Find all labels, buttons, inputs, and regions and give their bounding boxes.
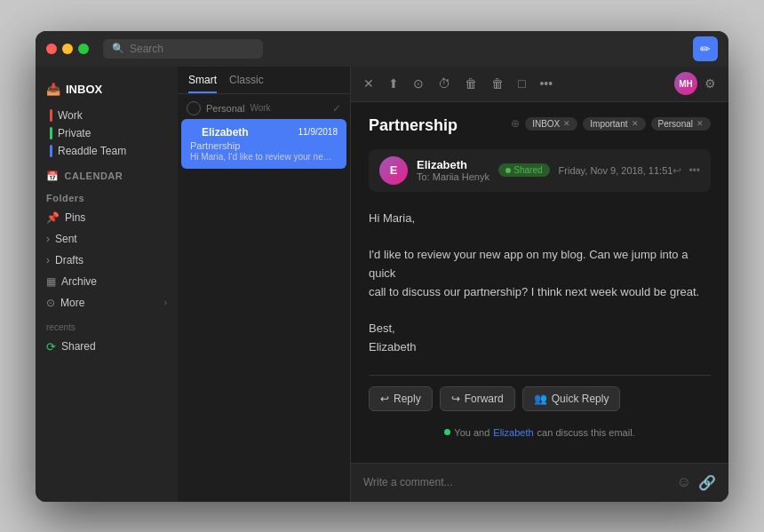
email-actions-meta: ↩ ••• — [672, 164, 700, 177]
sidebar-item-private[interactable]: Private — [46, 124, 167, 142]
sidebar-item-readdle-team[interactable]: Readdle Team — [46, 142, 167, 160]
remind-button[interactable]: ⊙ — [411, 75, 426, 92]
shared-status-dot — [505, 168, 511, 173]
sidebar-item-archive[interactable]: ▦ Archive — [36, 271, 178, 292]
forward-label: Forward — [465, 393, 504, 405]
more-meta-icon[interactable]: ••• — [688, 164, 700, 177]
group-checkmark-icon: ✓ — [332, 102, 341, 115]
search-input[interactable] — [130, 43, 254, 55]
more-label: More — [60, 297, 84, 309]
sidebar-item-work[interactable]: Work — [46, 107, 167, 124]
email-from: Elizabeth — [417, 158, 498, 171]
sidebar: 📥 INBOX Work Private Readdle Team 📅 — [36, 67, 178, 502]
email-meta-row: E Elizabeth To: Mariia Henyk Shared Frid… — [369, 149, 711, 192]
pins-label: Pins — [65, 211, 85, 224]
forward-button[interactable]: ↪ Forward — [440, 386, 515, 411]
sidebar-item-more[interactable]: ⊙ More › — [36, 292, 178, 314]
quick-reply-button[interactable]: 👥 Quick Reply — [522, 386, 621, 411]
comment-icons: ☺ 🔗 — [677, 474, 716, 491]
tab-smart[interactable]: Smart — [188, 74, 217, 93]
email-tags: ⊕ INBOX ✕ Important ✕ Personal ✕ — [511, 117, 711, 131]
tag-important-label: Important — [590, 119, 627, 129]
attach-icon[interactable]: 🔗 — [698, 474, 716, 491]
labels-section: Work Private Readdle Team — [36, 103, 178, 163]
email-body-text: Hi Maria, I'd like to review your new ap… — [369, 199, 711, 368]
discuss-you: You and — [454, 427, 489, 438]
minimize-button[interactable] — [62, 44, 73, 54]
email-item-header: Elizabeth 11/9/2018 — [190, 126, 338, 139]
compose-button[interactable]: ✏ — [693, 36, 718, 61]
delete-button[interactable]: 🗑 — [489, 75, 505, 92]
trash-button[interactable]: 🗑 — [463, 75, 479, 92]
maximize-button[interactable] — [78, 44, 89, 54]
emoji-icon[interactable]: ☺ — [677, 474, 691, 491]
sidebar-item-sent[interactable]: › Sent — [36, 228, 178, 250]
compose-icon: ✏ — [700, 42, 711, 56]
tag-inbox-label: INBOX — [532, 119, 560, 129]
comment-input[interactable] — [363, 476, 670, 488]
folders-header: Folders — [36, 186, 178, 207]
sidebar-item-drafts[interactable]: › Drafts — [36, 250, 178, 271]
more-icon: ⊙ — [46, 297, 55, 309]
discuss-dot — [444, 429, 450, 435]
search-bar[interactable]: 🔍 — [103, 39, 263, 59]
sidebar-item-pins[interactable]: 📌 Pins — [36, 207, 178, 228]
email-timestamp: Friday, Nov 9, 2018, 11:51 — [559, 165, 673, 176]
user-avatar-small: MH — [674, 72, 697, 95]
more-options-button[interactable]: ••• — [537, 75, 554, 92]
drafts-chevron-icon: › — [46, 254, 50, 266]
reply-button[interactable]: ↩ Reply — [369, 386, 433, 411]
group-personal-label: Personal — [206, 103, 244, 114]
recents-header: Recents — [36, 314, 178, 336]
inbox-label: INBOX — [66, 83, 102, 96]
recents-label: Recents — [46, 322, 76, 332]
folder-button[interactable]: □ — [516, 75, 527, 92]
body-line-1: Hi Maria, — [369, 210, 711, 228]
user-settings-button[interactable]: ⚙ — [703, 75, 718, 92]
sidebar-item-shared[interactable]: ⟳ Shared — [36, 336, 178, 358]
archive-icon: ▦ — [46, 275, 56, 288]
tab-classic[interactable]: Classic — [229, 74, 264, 93]
archive-label: Archive — [61, 275, 97, 288]
shared-badge-label: Shared — [513, 165, 542, 175]
group-check[interactable] — [187, 101, 201, 115]
email-list: Smart Classic Personal Work ✓ Elizabeth — [178, 67, 351, 502]
group-work-sublabel: Work — [250, 103, 270, 113]
email-list-tabs: Smart Classic — [178, 67, 350, 94]
email-item-elizabeth[interactable]: Elizabeth 11/9/2018 Partnership Hi Maria… — [181, 119, 346, 169]
private-dot — [50, 127, 52, 139]
sidebar-item-inbox[interactable]: 📥 INBOX — [36, 77, 178, 101]
email-meta-info: Elizabeth To: Mariia Henyk — [417, 158, 498, 182]
tag-personal[interactable]: Personal ✕ — [651, 117, 711, 131]
close-email-button[interactable]: ✕ — [362, 75, 376, 92]
folders-label: Folders — [46, 193, 84, 203]
drafts-label: Drafts — [55, 254, 84, 266]
close-button[interactable] — [46, 44, 57, 54]
reply-icon: ↩ — [380, 393, 389, 405]
discuss-text: can discuss this email. — [537, 427, 635, 438]
body-line-2: I'd like to review your new app on my bl… — [369, 246, 711, 301]
email-item-left: Elizabeth — [190, 126, 249, 139]
tag-inbox-remove[interactable]: ✕ — [563, 119, 570, 128]
readdle-dot — [50, 145, 52, 157]
tag-important-remove[interactable]: ✕ — [632, 119, 639, 128]
search-icon: 🔍 — [112, 43, 124, 54]
discuss-elizabeth-link[interactable]: Elizabeth — [493, 427, 533, 438]
tag-important[interactable]: Important ✕ — [583, 117, 645, 131]
titlebar: 🔍 ✏ — [36, 31, 728, 67]
pin-button[interactable]: ⬆ — [386, 75, 401, 92]
email-group-personal: Personal Work ✓ — [178, 94, 350, 119]
add-tag-icon[interactable]: ⊕ — [511, 117, 520, 130]
readdle-label: Readdle Team — [58, 145, 126, 157]
snooze-button[interactable]: ⏱ — [436, 75, 452, 92]
discuss-bar: You and Elizabeth can discuss this email… — [369, 422, 711, 443]
shared-icon: ⟳ — [46, 340, 56, 353]
tag-personal-remove[interactable]: ✕ — [696, 119, 704, 128]
email-detail-toolbar: ✕ ⬆ ⊙ ⏱ 🗑 🗑 □ ••• MH ⚙ — [351, 67, 728, 102]
reply-meta-icon[interactable]: ↩ — [672, 164, 681, 177]
email-subject-list: Partnership — [190, 140, 338, 151]
work-label: Work — [58, 109, 83, 122]
more-chevron-icon: › — [164, 298, 167, 307]
tag-inbox[interactable]: INBOX ✕ — [525, 117, 577, 131]
work-dot — [50, 109, 52, 122]
